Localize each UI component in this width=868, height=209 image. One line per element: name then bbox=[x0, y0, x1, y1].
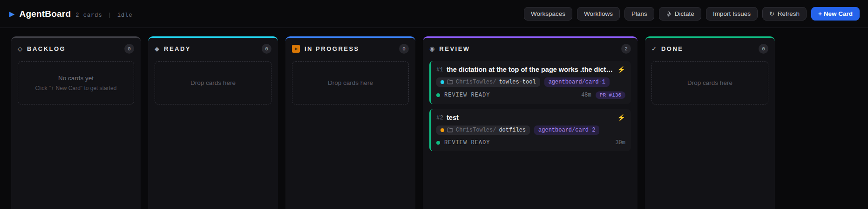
import-issues-button[interactable]: Import Issues bbox=[706, 7, 758, 21]
column-review-header: ◉ REVIEW 2 bbox=[429, 44, 631, 54]
card-1-repo-owner: ChrisTowles/ bbox=[456, 79, 496, 85]
app-title: AgentBoard bbox=[20, 9, 71, 19]
card-2-repo-name: dotfiles bbox=[499, 127, 526, 133]
column-done-header: ✓ DONE 0 bbox=[651, 44, 768, 54]
column-ready-title: READY bbox=[164, 45, 191, 52]
agent-status: idle bbox=[117, 12, 133, 19]
column-review: ◉ REVIEW 2 #1 the dictation at the top o… bbox=[423, 36, 637, 209]
card-2-number: #2 bbox=[436, 114, 443, 121]
column-backlog: ◇ BACKLOG 0 No cards yet Click "+ New Ca… bbox=[11, 36, 141, 209]
lightning-icon[interactable]: ⚡ bbox=[617, 114, 625, 122]
card-2-status: REVIEW READY bbox=[444, 139, 490, 146]
repo-status-dot bbox=[441, 80, 444, 84]
column-backlog-count-badge: 0 bbox=[124, 44, 134, 54]
column-done-count-badge: 0 bbox=[759, 44, 768, 54]
microphone-icon bbox=[666, 11, 671, 17]
refresh-label: Refresh bbox=[778, 10, 800, 17]
refresh-button[interactable]: ↻ Refresh bbox=[762, 7, 807, 21]
refresh-icon: ↻ bbox=[769, 10, 774, 17]
cards-count: 2 cards bbox=[75, 12, 102, 19]
card-2-time: 30m bbox=[615, 139, 625, 146]
brand-group: ▶ AgentBoard 2 cards | idle bbox=[9, 9, 133, 19]
done-check-icon: ✓ bbox=[651, 46, 657, 52]
card-1-status: REVIEW READY bbox=[444, 92, 490, 98]
repo-status-dot bbox=[441, 128, 444, 132]
card-1-status-row: REVIEW READY 48m PR #136 bbox=[436, 91, 625, 99]
column-ready-count-badge: 0 bbox=[262, 44, 271, 54]
review-target-icon: ◉ bbox=[429, 46, 434, 52]
review-ready-dot bbox=[436, 141, 440, 145]
card-2-title-row: #2 test ⚡ bbox=[436, 114, 625, 122]
card-2-repo-owner: ChrisTowles/ bbox=[456, 127, 496, 133]
done-drop-zone[interactable]: Drop cards here bbox=[651, 61, 768, 104]
backlog-diamond-icon: ◇ bbox=[18, 46, 22, 52]
card-1-repo-pill: ChrisTowles/ towles-tool bbox=[436, 77, 540, 87]
column-review-count-badge: 2 bbox=[621, 44, 631, 54]
card-1-branch-pill: agentboard/card-1 bbox=[544, 77, 610, 87]
ready-diamond-icon: ◆ bbox=[155, 46, 159, 52]
review-card-1[interactable]: #1 the dictation at the top of the page … bbox=[429, 61, 631, 104]
column-backlog-title: BACKLOG bbox=[27, 45, 66, 52]
column-backlog-header: ◇ BACKLOG 0 bbox=[18, 44, 134, 54]
card-1-title-row: #1 the dictation at the top of the page … bbox=[436, 66, 625, 74]
in-progress-empty-text: Drop cards here bbox=[328, 79, 373, 86]
folder-icon bbox=[447, 79, 453, 84]
column-in-progress-count-badge: 0 bbox=[399, 44, 409, 54]
dictate-label: Dictate bbox=[675, 10, 694, 17]
card-2-pill-row: ChrisTowles/ dotfiles agentboard/card-2 bbox=[436, 125, 625, 135]
review-card-2[interactable]: #2 test ⚡ ChrisTowles/ dotfiles agentboa… bbox=[429, 109, 631, 151]
ready-empty-text: Drop cards here bbox=[190, 79, 236, 86]
card-1-title: the dictation at the top of the page wor… bbox=[447, 66, 614, 73]
workflows-button[interactable]: Workflows bbox=[577, 7, 620, 21]
card-1-pr-badge[interactable]: PR #136 bbox=[596, 91, 625, 99]
done-empty-text: Drop cards here bbox=[687, 79, 732, 86]
in-progress-drop-zone[interactable]: Drop cards here bbox=[292, 61, 409, 104]
kanban-board: ◇ BACKLOG 0 No cards yet Click "+ New Ca… bbox=[0, 28, 868, 209]
header: ▶ AgentBoard 2 cards | idle Workspaces W… bbox=[0, 0, 868, 28]
column-ready-header: ◆ READY 0 bbox=[155, 44, 271, 54]
backlog-empty-title: No cards yet bbox=[58, 75, 94, 82]
column-in-progress: ▶ IN PROGRESS 0 Drop cards here bbox=[285, 36, 415, 209]
column-ready: ◆ READY 0 Drop cards here bbox=[148, 36, 278, 209]
meta-separator: | bbox=[108, 12, 112, 19]
in-progress-play-icon: ▶ bbox=[292, 45, 300, 53]
workspaces-button[interactable]: Workspaces bbox=[524, 7, 572, 21]
column-done-title: DONE bbox=[661, 45, 684, 52]
card-2-status-row: REVIEW READY 30m bbox=[436, 139, 625, 146]
column-in-progress-title: IN PROGRESS bbox=[305, 45, 359, 52]
card-1-time: 48m bbox=[581, 92, 591, 98]
card-1-repo-name: towles-tool bbox=[499, 79, 536, 85]
dictate-button[interactable]: Dictate bbox=[659, 7, 701, 21]
column-review-title: REVIEW bbox=[439, 45, 470, 52]
card-1-pill-row: ChrisTowles/ towles-tool agentboard/card… bbox=[436, 77, 625, 87]
plans-button[interactable]: Plans bbox=[624, 7, 654, 21]
toolbar: Workspaces Workflows Plans Dictate Impor… bbox=[524, 7, 860, 21]
logo-play-icon: ▶ bbox=[9, 10, 15, 18]
ready-drop-zone[interactable]: Drop cards here bbox=[155, 61, 271, 104]
card-2-repo-pill: ChrisTowles/ dotfiles bbox=[436, 125, 530, 135]
new-card-button[interactable]: + New Card bbox=[811, 7, 860, 21]
review-ready-dot bbox=[436, 93, 440, 97]
column-in-progress-header: ▶ IN PROGRESS 0 bbox=[292, 44, 409, 54]
folder-icon bbox=[447, 127, 453, 132]
lightning-icon[interactable]: ⚡ bbox=[617, 66, 625, 74]
backlog-drop-zone[interactable]: No cards yet Click "+ New Card" to get s… bbox=[18, 61, 134, 104]
card-2-title: test bbox=[447, 114, 614, 121]
backlog-empty-subtitle: Click "+ New Card" to get started bbox=[35, 85, 117, 91]
card-2-branch-pill: agentboard/card-2 bbox=[534, 125, 599, 135]
column-done: ✓ DONE 0 Drop cards here bbox=[645, 36, 775, 209]
card-1-number: #1 bbox=[436, 66, 443, 73]
